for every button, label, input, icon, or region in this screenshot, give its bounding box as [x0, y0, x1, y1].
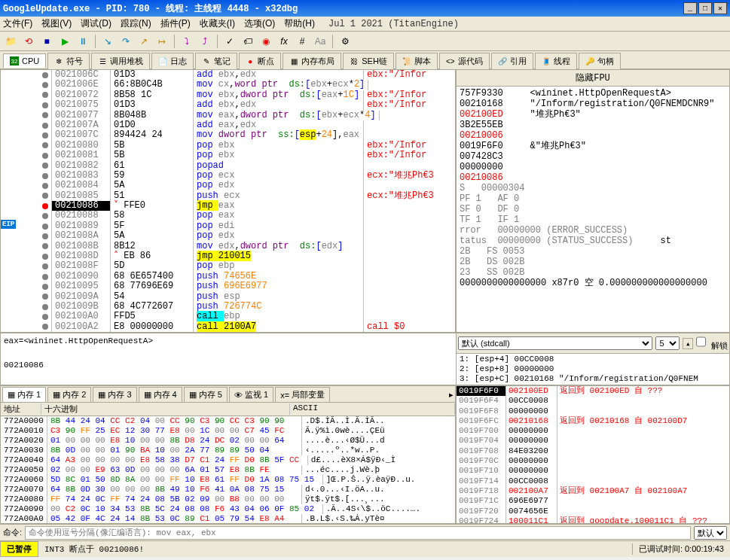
stepper-icon[interactable]: ▴	[683, 338, 693, 349]
stack-row[interactable]: 0019F6F0002100ED返回到 002100ED 自 ???	[457, 386, 729, 396]
hex-row[interactable]: 772A00008B 44 24 04 CC C2 04 00 CC 90 C3…	[1, 416, 455, 426]
disasm-row[interactable]: 0021008359pop ecxecx:"堆兆Ph€3	[1, 171, 455, 181]
breakpoint-icon[interactable]	[42, 82, 48, 88]
disasm-row[interactable]: 0021009B68 4C772607push 726774C	[1, 302, 455, 312]
breakpoint-icon[interactable]	[42, 304, 48, 310]
stack-row[interactable]: 0019F70C00000000	[457, 456, 729, 466]
hex-dump[interactable]: 772A00008B 44 24 04 CC C2 04 00 CC 90 C3…	[1, 416, 455, 523]
hex-row[interactable]: 772A004064 A3 00 00 00 00 E8 58 38 D7 C1…	[1, 455, 455, 465]
tab-symbols[interactable]: ❄符号	[47, 53, 90, 69]
tabbar-scroll-icon[interactable]: ▸	[449, 390, 454, 400]
patch-icon[interactable]: ✓	[222, 34, 237, 49]
menu-options[interactable]: 选项(O)	[244, 17, 275, 30]
tab-refs[interactable]: 🔗引用	[491, 53, 533, 69]
disasm-row[interactable]: 0021006E66:8B0C4Bmov cx,word ptr ds:[ebx…	[1, 80, 455, 90]
breakpoint-icon[interactable]	[42, 173, 48, 179]
breakpoint-icon[interactable]	[42, 263, 48, 269]
hex-row[interactable]: 772A005002 00 00 E9 63 0D 00 00 00 6A 01…	[1, 465, 455, 475]
disasm-row[interactable]: 0021009568 77696E69push 696E6977	[1, 282, 455, 291]
registers-header[interactable]: 隐藏FPU	[457, 70, 729, 87]
menu-debug[interactable]: 调试(D)	[81, 17, 111, 30]
breakpoint-icon[interactable]	[42, 324, 48, 330]
disasm-row[interactable]: 0021009068 6E657400push 74656E	[1, 272, 455, 282]
search-icon[interactable]: Aa	[313, 34, 328, 49]
menu-favorites[interactable]: 收藏夹(I)	[200, 17, 235, 30]
stack-row[interactable]: 0019F6FC00210168返回到 00210168 自 002100D7	[457, 416, 729, 426]
stop-icon[interactable]: ■	[39, 34, 54, 49]
tab-mem4[interactable]: ▦内存 4	[139, 387, 182, 402]
hex-row[interactable]: 772A0010C3 90 FF 25 EC 12 30 77 E8 00 1C…	[1, 426, 455, 436]
disasm-row[interactable]: 002100845Apop edx	[1, 181, 455, 190]
stack-view[interactable]: 0019F6F0002100ED返回到 002100ED 自 ???0019F6…	[456, 385, 730, 524]
disasm-row[interactable]: 002100815Bpop ebxebx:"/Infor	[1, 151, 455, 160]
stack-row[interactable]: 0019F6F400CC0008	[457, 396, 729, 406]
tab-mem3[interactable]: ▦内存 3	[93, 387, 136, 402]
disasm-row[interactable]: 002100895Fpop edi	[1, 221, 455, 231]
tab-notes[interactable]: ✎笔记	[195, 53, 237, 69]
breakpoint-icon[interactable]	[42, 314, 48, 320]
breakpoint-icon[interactable]	[42, 153, 48, 159]
breakpoint-icon[interactable]	[42, 284, 48, 290]
breakpoint-icon[interactable]	[42, 102, 48, 108]
disasm-row[interactable]: 002100A0FFD5call ebp	[1, 312, 455, 321]
argument-list[interactable]: 1: [esp+4] 00CC00082: [esp+8] 000000003:…	[457, 354, 729, 385]
disasm-row[interactable]: 002100728B58 1Cmov ebx,dword ptr ds:[eax…	[1, 90, 455, 100]
hex-row[interactable]: 772A00605D 8C 01 50 8D 8A 00 00 FF 10 E8…	[1, 475, 455, 485]
tab-handles[interactable]: 🔑句柄	[579, 53, 621, 69]
tab-memmap[interactable]: ▦内存布局	[283, 53, 341, 69]
tab-locals[interactable]: x=局部变量	[275, 387, 330, 402]
stack-row[interactable]: 0019F718002100A7返回到 002100A7 自 002100A7	[457, 486, 729, 496]
hash-icon[interactable]: #	[295, 34, 310, 49]
breakpoint-icon[interactable]	[42, 163, 48, 169]
breakpoint-icon[interactable]	[42, 254, 48, 260]
breakpoint-icon[interactable]	[42, 193, 48, 199]
breakpoint-active-icon[interactable]	[42, 203, 48, 209]
tab-watch[interactable]: 👁监视 1	[229, 387, 273, 402]
disasm-row[interactable]: 0021007C894424 24mov dword ptr ss:[esp+2…	[1, 130, 455, 140]
step-into-icon[interactable]: ↘	[100, 34, 115, 49]
fx-icon[interactable]: fx	[276, 34, 292, 49]
run-to-icon[interactable]: ↦	[154, 34, 170, 49]
hex-row[interactable]: 772A0080FF 74 24 0C FF 74 24 08 5B 02 09…	[1, 495, 455, 504]
disasm-row[interactable]: 002100A2E8 00000000call 2100A7call $0	[1, 322, 455, 332]
disassembly-view[interactable]: EIP 0021006C01D3add ebx,edxebx:"/Infor00…	[0, 69, 456, 333]
arg-count[interactable]: 5	[655, 336, 680, 350]
tab-cpu[interactable]: 32CPU	[3, 53, 46, 68]
tab-log[interactable]: 📄日志	[151, 53, 194, 69]
disasm-row[interactable]: 0021008F5Dpop ebp	[1, 261, 455, 271]
hex-row[interactable]: 772A00A005 42 0F 4C 24 14 8B 53 0C 89 C1…	[1, 514, 455, 523]
disasm-row[interactable]: 0021008551push ecxecx:"堆兆Ph€3	[1, 191, 455, 201]
disasm-row[interactable]: 0021008858pop eax	[1, 211, 455, 221]
command-mode[interactable]: 默认	[694, 526, 727, 540]
breakpoint-icon[interactable]	[42, 132, 48, 138]
breakpoint-icon[interactable]	[42, 243, 48, 249]
maximize-button[interactable]: □	[698, 2, 712, 14]
breakpoint-icon[interactable]	[42, 213, 48, 219]
minimize-button[interactable]: _	[683, 2, 697, 14]
stack-row[interactable]: 0019F71C696E6977	[457, 496, 729, 506]
menu-file[interactable]: 文件(F)	[3, 17, 32, 30]
tab-threads[interactable]: 🧵线程	[535, 53, 577, 69]
close-button[interactable]: ✕	[713, 2, 727, 14]
stack-row[interactable]: 0019F7200074656E	[457, 507, 729, 516]
breakpoint-icon[interactable]	[42, 294, 48, 300]
run-icon[interactable]: ▶	[57, 34, 72, 49]
settings-icon[interactable]: ⚙	[338, 34, 353, 49]
step-out-icon[interactable]: ↗	[136, 34, 151, 49]
stack-row[interactable]: 0019F71000000000	[457, 466, 729, 476]
trace-into-icon[interactable]: ⤵	[179, 34, 194, 49]
stack-row[interactable]: 0019F71400CC0008	[457, 476, 729, 486]
disasm-row[interactable]: 002100778B048Bmov eax,dword ptr ds:[ebx+…	[1, 111, 455, 120]
step-over-icon[interactable]: ↷	[118, 34, 133, 49]
pause-icon[interactable]: ⏸	[75, 34, 90, 49]
stack-row[interactable]: 0019F6F800000000	[457, 406, 729, 416]
restart-icon[interactable]: ⟲	[21, 34, 36, 49]
stack-row[interactable]: 0019F70884E03200	[457, 446, 729, 456]
convention-select[interactable]: 默认 (stdcall)	[458, 336, 652, 350]
hex-row[interactable]: 772A002001 00 00 00 E8 10 00 00 8B D8 24…	[1, 436, 455, 446]
breakpoint-icon[interactable]	[42, 123, 48, 129]
breakpoint-icon[interactable]	[42, 92, 48, 98]
tab-mem1[interactable]: ▦内存 1	[2, 387, 46, 402]
menu-help[interactable]: 帮助(H)	[284, 17, 315, 30]
breakpoint-icon[interactable]	[42, 72, 48, 78]
